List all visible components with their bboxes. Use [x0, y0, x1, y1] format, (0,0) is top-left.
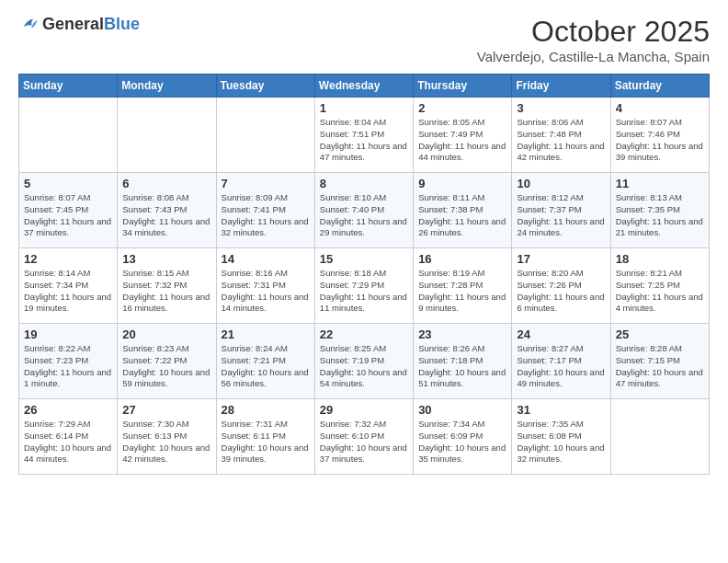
day-number: 14 — [222, 252, 310, 266]
week-row-3: 12Sunrise: 8:14 AM Sunset: 7:34 PM Dayli… — [19, 248, 710, 324]
weekday-header-friday: Friday — [512, 75, 610, 98]
day-info: Sunrise: 8:18 AM Sunset: 7:29 PM Dayligh… — [320, 268, 408, 315]
day-cell: 22Sunrise: 8:25 AM Sunset: 7:19 PM Dayli… — [314, 324, 413, 399]
day-info: Sunrise: 8:13 AM Sunset: 7:35 PM Dayligh… — [616, 192, 704, 239]
day-info: Sunrise: 8:23 AM Sunset: 7:22 PM Dayligh… — [122, 343, 210, 390]
day-cell: 30Sunrise: 7:34 AM Sunset: 6:09 PM Dayli… — [414, 399, 512, 475]
day-number: 25 — [616, 327, 704, 341]
weekday-header-tuesday: Tuesday — [216, 75, 314, 98]
day-cell: 27Sunrise: 7:30 AM Sunset: 6:13 PM Dayli… — [118, 399, 216, 475]
day-number: 23 — [418, 327, 506, 341]
day-cell: 17Sunrise: 8:20 AM Sunset: 7:26 PM Dayli… — [512, 248, 610, 324]
month-title: October 2025 — [477, 15, 710, 49]
day-number: 9 — [418, 177, 506, 190]
weekday-header-sunday: Sunday — [19, 75, 118, 98]
day-number: 30 — [418, 403, 506, 417]
day-cell: 25Sunrise: 8:28 AM Sunset: 7:15 PM Dayli… — [610, 324, 709, 399]
day-number: 24 — [517, 327, 605, 341]
day-number: 17 — [517, 252, 605, 266]
day-number: 12 — [24, 252, 112, 266]
day-cell: 12Sunrise: 8:14 AM Sunset: 7:34 PM Dayli… — [19, 248, 118, 324]
day-cell — [216, 98, 314, 173]
day-cell: 28Sunrise: 7:31 AM Sunset: 6:11 PM Dayli… — [216, 399, 314, 475]
day-number: 26 — [24, 403, 112, 417]
day-cell: 14Sunrise: 8:16 AM Sunset: 7:31 PM Dayli… — [216, 248, 314, 324]
weekday-header-monday: Monday — [118, 75, 216, 98]
day-cell: 8Sunrise: 8:10 AM Sunset: 7:40 PM Daylig… — [314, 173, 413, 248]
day-info: Sunrise: 8:08 AM Sunset: 7:43 PM Dayligh… — [122, 192, 210, 239]
day-cell: 5Sunrise: 8:07 AM Sunset: 7:45 PM Daylig… — [19, 173, 118, 248]
day-cell: 26Sunrise: 7:29 AM Sunset: 6:14 PM Dayli… — [19, 399, 118, 475]
day-info: Sunrise: 8:11 AM Sunset: 7:38 PM Dayligh… — [418, 192, 506, 239]
day-cell: 1Sunrise: 8:04 AM Sunset: 7:51 PM Daylig… — [314, 98, 413, 173]
calendar: SundayMondayTuesdayWednesdayThursdayFrid… — [18, 74, 710, 475]
day-info: Sunrise: 8:12 AM Sunset: 7:37 PM Dayligh… — [517, 192, 605, 239]
day-info: Sunrise: 8:07 AM Sunset: 7:45 PM Dayligh… — [24, 192, 112, 239]
day-info: Sunrise: 8:04 AM Sunset: 7:51 PM Dayligh… — [320, 117, 408, 164]
day-info: Sunrise: 8:22 AM Sunset: 7:23 PM Dayligh… — [24, 343, 112, 390]
day-info: Sunrise: 7:30 AM Sunset: 6:13 PM Dayligh… — [122, 419, 210, 465]
weekday-header-row: SundayMondayTuesdayWednesdayThursdayFrid… — [19, 75, 710, 98]
title-block: October 2025 Valverdejo, Castille-La Man… — [477, 15, 710, 64]
day-cell: 13Sunrise: 8:15 AM Sunset: 7:32 PM Dayli… — [118, 248, 216, 324]
day-number: 27 — [122, 403, 210, 417]
day-number: 13 — [122, 252, 210, 266]
day-number: 8 — [320, 177, 408, 190]
day-number: 2 — [418, 101, 506, 115]
day-number: 20 — [122, 327, 210, 341]
day-cell: 10Sunrise: 8:12 AM Sunset: 7:37 PM Dayli… — [512, 173, 610, 248]
day-number: 18 — [616, 252, 704, 266]
location-title: Valverdejo, Castille-La Mancha, Spain — [477, 49, 710, 64]
day-cell: 2Sunrise: 8:05 AM Sunset: 7:49 PM Daylig… — [414, 98, 512, 173]
day-cell: 31Sunrise: 7:35 AM Sunset: 6:08 PM Dayli… — [512, 399, 610, 475]
day-cell: 18Sunrise: 8:21 AM Sunset: 7:25 PM Dayli… — [610, 248, 709, 324]
week-row-1: 1Sunrise: 8:04 AM Sunset: 7:51 PM Daylig… — [19, 98, 710, 173]
day-number: 15 — [320, 252, 408, 266]
day-info: Sunrise: 8:15 AM Sunset: 7:32 PM Dayligh… — [122, 268, 210, 315]
day-info: Sunrise: 7:29 AM Sunset: 6:14 PM Dayligh… — [24, 419, 112, 465]
day-number: 31 — [517, 403, 605, 417]
day-cell: 6Sunrise: 8:08 AM Sunset: 7:43 PM Daylig… — [118, 173, 216, 248]
day-cell: 24Sunrise: 8:27 AM Sunset: 7:17 PM Dayli… — [512, 324, 610, 399]
day-number: 4 — [616, 101, 704, 115]
day-cell: 11Sunrise: 8:13 AM Sunset: 7:35 PM Dayli… — [610, 173, 709, 248]
day-number: 10 — [517, 177, 605, 190]
day-number: 7 — [222, 177, 310, 190]
logo-text: GeneralBlue — [42, 16, 140, 34]
day-info: Sunrise: 8:07 AM Sunset: 7:46 PM Dayligh… — [616, 117, 704, 164]
day-number: 16 — [418, 252, 506, 266]
logo: GeneralBlue — [18, 15, 140, 35]
logo-general: General — [42, 15, 104, 33]
day-info: Sunrise: 8:05 AM Sunset: 7:49 PM Dayligh… — [418, 117, 506, 164]
day-cell: 29Sunrise: 7:32 AM Sunset: 6:10 PM Dayli… — [314, 399, 413, 475]
day-info: Sunrise: 8:10 AM Sunset: 7:40 PM Dayligh… — [320, 192, 408, 239]
day-cell: 7Sunrise: 8:09 AM Sunset: 7:41 PM Daylig… — [216, 173, 314, 248]
day-number: 6 — [122, 177, 210, 190]
week-row-4: 19Sunrise: 8:22 AM Sunset: 7:23 PM Dayli… — [19, 324, 710, 399]
day-info: Sunrise: 8:09 AM Sunset: 7:41 PM Dayligh… — [222, 192, 310, 239]
day-number: 11 — [616, 177, 704, 190]
day-info: Sunrise: 7:32 AM Sunset: 6:10 PM Dayligh… — [320, 419, 408, 465]
day-info: Sunrise: 7:35 AM Sunset: 6:08 PM Dayligh… — [517, 419, 605, 465]
weekday-header-saturday: Saturday — [610, 75, 709, 98]
page: GeneralBlue October 2025 Valverdejo, Cas… — [0, 0, 728, 563]
day-cell: 9Sunrise: 8:11 AM Sunset: 7:38 PM Daylig… — [414, 173, 512, 248]
day-number: 21 — [222, 327, 310, 341]
day-cell: 3Sunrise: 8:06 AM Sunset: 7:48 PM Daylig… — [512, 98, 610, 173]
day-info: Sunrise: 7:31 AM Sunset: 6:11 PM Dayligh… — [222, 419, 310, 465]
day-cell — [610, 399, 709, 475]
day-cell: 4Sunrise: 8:07 AM Sunset: 7:46 PM Daylig… — [610, 98, 709, 173]
day-cell: 19Sunrise: 8:22 AM Sunset: 7:23 PM Dayli… — [19, 324, 118, 399]
day-info: Sunrise: 8:20 AM Sunset: 7:26 PM Dayligh… — [517, 268, 605, 315]
day-info: Sunrise: 8:28 AM Sunset: 7:15 PM Dayligh… — [616, 343, 704, 390]
weekday-header-wednesday: Wednesday — [314, 75, 413, 98]
logo-bird-icon — [18, 15, 39, 35]
day-info: Sunrise: 8:16 AM Sunset: 7:31 PM Dayligh… — [222, 268, 310, 315]
day-info: Sunrise: 8:21 AM Sunset: 7:25 PM Dayligh… — [616, 268, 704, 315]
day-info: Sunrise: 8:25 AM Sunset: 7:19 PM Dayligh… — [320, 343, 408, 390]
day-info: Sunrise: 7:34 AM Sunset: 6:09 PM Dayligh… — [418, 419, 506, 465]
day-info: Sunrise: 8:24 AM Sunset: 7:21 PM Dayligh… — [222, 343, 310, 390]
day-cell: 23Sunrise: 8:26 AM Sunset: 7:18 PM Dayli… — [414, 324, 512, 399]
day-number: 3 — [517, 101, 605, 115]
week-row-5: 26Sunrise: 7:29 AM Sunset: 6:14 PM Dayli… — [19, 399, 710, 475]
